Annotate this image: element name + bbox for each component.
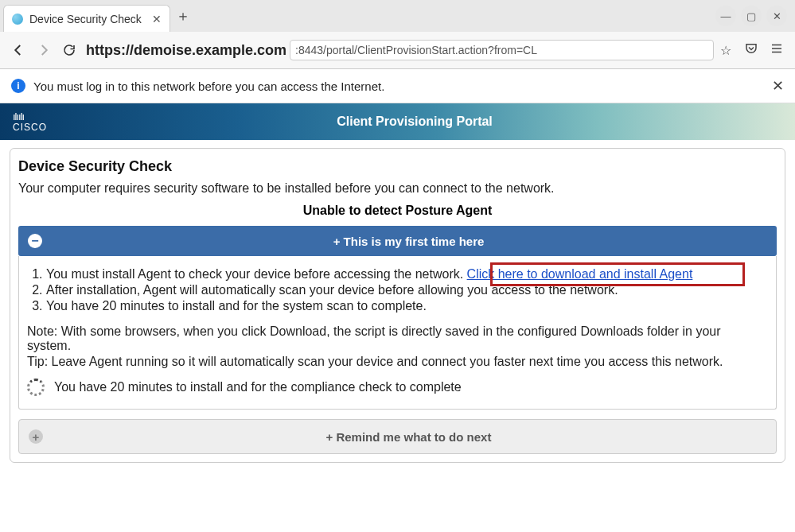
progress-message: You have 20 minutes to install and for t… bbox=[54, 380, 462, 394]
tip-text: Tip: Leave Agent running so it will auto… bbox=[27, 355, 768, 369]
url-path: :8443/portal/ClientProvisionStart.action… bbox=[290, 40, 714, 60]
accordion-first-time-header[interactable]: − + This is my first time here bbox=[18, 226, 777, 256]
url-host: https://demoise.example.com bbox=[86, 42, 286, 59]
accordion-remind-label: + Remind me what to do next bbox=[51, 430, 766, 444]
list-item: After installation, Agent will automatic… bbox=[46, 283, 768, 297]
infobar-message: You must log in to this network before y… bbox=[33, 80, 384, 93]
progress-row: You have 20 minutes to install and for t… bbox=[27, 379, 768, 396]
posture-status: Unable to detect Posture Agent bbox=[18, 204, 777, 218]
step1-text: You must install Agent to check your dev… bbox=[46, 267, 467, 281]
tab-favicon bbox=[12, 14, 23, 25]
infobar-close-icon[interactable]: ✕ bbox=[772, 77, 784, 95]
hamburger-menu-icon[interactable] bbox=[768, 41, 785, 59]
minimize-button[interactable]: — bbox=[715, 6, 736, 26]
note-text: Note: With some browsers, when you click… bbox=[27, 324, 768, 353]
bookmark-star-icon[interactable]: ☆ bbox=[717, 43, 735, 58]
spinner-icon bbox=[27, 379, 45, 396]
accordion-first-time-body: You must install Agent to check your dev… bbox=[18, 256, 777, 410]
info-icon: i bbox=[11, 79, 25, 93]
browser-toolbar: https://demoise.example.com :8443/portal… bbox=[0, 32, 795, 68]
cisco-logo-bars: ılıılı bbox=[13, 111, 24, 122]
page-heading: Device Security Check bbox=[18, 158, 777, 175]
tab-title: Device Security Check bbox=[29, 13, 142, 25]
reload-button[interactable] bbox=[60, 41, 78, 59]
list-item: You must install Agent to check your dev… bbox=[46, 267, 768, 282]
address-bar[interactable]: https://demoise.example.com :8443/portal… bbox=[86, 40, 735, 60]
expand-icon: + bbox=[29, 429, 43, 444]
collapse-icon: − bbox=[28, 234, 42, 248]
portal-title: Client Provisioning Portal bbox=[47, 115, 782, 129]
pocket-icon[interactable] bbox=[742, 41, 760, 59]
maximize-button[interactable]: ▢ bbox=[741, 6, 762, 26]
content-area: Device Security Check Your computer requ… bbox=[0, 140, 795, 471]
cisco-logo-text: CISCO bbox=[13, 122, 47, 132]
download-agent-link[interactable]: Click here to download and install Agent bbox=[467, 267, 693, 281]
cisco-logo: ılıılı CISCO bbox=[13, 111, 47, 132]
tab-bar: Device Security Check ✕ ＋ — ▢ ✕ bbox=[0, 0, 795, 32]
accordion-remind-header[interactable]: + + Remind me what to do next bbox=[18, 419, 777, 454]
window-controls: — ▢ ✕ bbox=[715, 6, 795, 26]
network-login-infobar: i You must log in to this network before… bbox=[0, 69, 795, 103]
list-item: You have 20 minutes to install and for t… bbox=[46, 299, 768, 313]
page-subtitle: Your computer requires security software… bbox=[18, 181, 777, 196]
browser-chrome: Device Security Check ✕ ＋ — ▢ ✕ https://… bbox=[0, 0, 795, 69]
back-button[interactable] bbox=[10, 41, 27, 59]
provisioning-card: Device Security Check Your computer requ… bbox=[10, 148, 785, 463]
install-steps-list: You must install Agent to check your dev… bbox=[46, 267, 768, 313]
new-tab-button[interactable]: ＋ bbox=[170, 3, 196, 29]
accordion-first-time-label: + This is my first time here bbox=[50, 235, 767, 248]
close-window-button[interactable]: ✕ bbox=[766, 6, 787, 26]
browser-tab[interactable]: Device Security Check ✕ bbox=[3, 5, 170, 32]
tab-close-icon[interactable]: ✕ bbox=[152, 13, 162, 25]
portal-header: ılıılı CISCO Client Provisioning Portal bbox=[0, 103, 795, 140]
forward-button[interactable] bbox=[35, 41, 53, 59]
